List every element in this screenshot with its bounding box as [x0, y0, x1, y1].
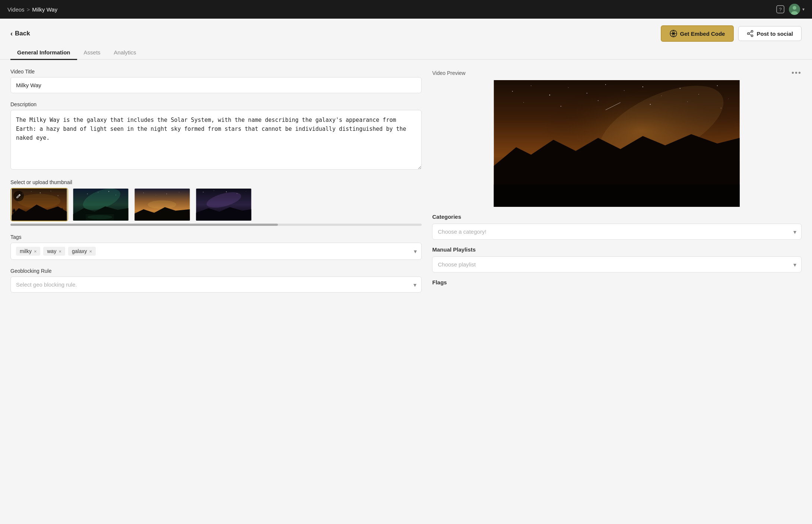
thumbnail-image-2 — [73, 189, 129, 221]
post-social-button[interactable]: Post to social — [738, 26, 802, 41]
tag-milky-remove[interactable]: × — [34, 249, 37, 254]
video-preview-section: Video Preview ••• — [432, 69, 802, 207]
playlists-title: Manual Playlists — [432, 246, 802, 253]
svg-point-45 — [214, 190, 214, 191]
help-button[interactable]: ? — [776, 5, 784, 13]
video-title-label: Video Title — [10, 69, 422, 75]
help-icon: ? — [776, 5, 784, 13]
video-preview-image — [432, 80, 802, 207]
back-arrow-icon: ‹ — [10, 30, 13, 38]
svg-point-60 — [643, 86, 643, 87]
svg-point-16 — [31, 191, 31, 192]
tab-assets[interactable]: Assets — [77, 45, 107, 59]
embed-code-button[interactable]: Get Embed Code — [661, 25, 734, 42]
thumbnail-item-2[interactable] — [72, 188, 130, 221]
social-btn-label: Post to social — [757, 31, 793, 37]
svg-point-3 — [793, 6, 796, 10]
svg-point-36 — [148, 201, 176, 209]
page-header: ‹ Back Get Embed Code — [0, 19, 812, 42]
main-container: ‹ Back Get Embed Code — [0, 19, 812, 524]
playlists-select[interactable]: Choose playlist — [432, 256, 802, 272]
svg-point-17 — [40, 193, 41, 193]
description-input[interactable] — [10, 110, 422, 170]
topbar: Videos > Milky Way ? ▾ — [0, 0, 812, 19]
content-area: Video Title Description Select or upload… — [0, 60, 812, 524]
video-preview-more-button[interactable]: ••• — [792, 69, 802, 77]
svg-point-65 — [729, 98, 729, 99]
tag-galaxy: galaxy × — [68, 247, 96, 256]
svg-point-53 — [512, 91, 513, 92]
geoblocking-label: Geoblocking Rule — [10, 268, 422, 274]
share-icon — [747, 30, 754, 37]
svg-point-37 — [143, 193, 144, 193]
tags-container[interactable]: milky × way × galaxy × ▾ — [10, 243, 422, 260]
left-column: Video Title Description Select or upload… — [10, 69, 422, 515]
flags-section: Flags — [432, 279, 802, 289]
playlists-section: Manual Playlists Choose playlist ▾ — [432, 246, 802, 272]
svg-line-12 — [749, 34, 752, 35]
tab-analytics[interactable]: Analytics — [107, 45, 143, 59]
thumbnail-image-3 — [134, 189, 190, 221]
avatar-chevron: ▾ — [802, 7, 805, 12]
flags-title: Flags — [432, 279, 802, 285]
svg-point-62 — [680, 88, 681, 89]
back-button[interactable]: ‹ Back — [10, 30, 30, 38]
avatar-image — [789, 4, 800, 15]
video-preview-title: Video Preview — [432, 70, 465, 76]
svg-text:?: ? — [779, 7, 781, 12]
svg-point-55 — [549, 95, 550, 95]
svg-rect-74 — [494, 184, 740, 207]
categories-select-wrapper: Choose a category! ▾ — [432, 224, 802, 240]
tag-way: way × — [43, 247, 65, 256]
tags-section: Tags milky × way × galaxy × ▾ — [10, 234, 422, 260]
thumbnail-image-4 — [196, 189, 252, 221]
svg-point-63 — [698, 94, 699, 95]
tag-galaxy-remove[interactable]: × — [89, 249, 92, 254]
breadcrumb-videos[interactable]: Videos — [7, 6, 25, 13]
user-menu[interactable]: ▾ — [789, 4, 805, 15]
back-label: Back — [15, 30, 30, 37]
geoblocking-select-wrapper: Select geo blocking rule. ▾ — [10, 277, 422, 293]
svg-point-67 — [561, 106, 561, 107]
svg-point-47 — [237, 193, 237, 194]
tag-way-remove[interactable]: × — [58, 249, 61, 254]
svg-point-40 — [179, 192, 179, 192]
thumbnail-edit-icon[interactable] — [13, 191, 24, 201]
description-field: Description — [10, 101, 422, 171]
svg-point-39 — [166, 194, 167, 195]
svg-point-48 — [246, 191, 246, 192]
topbar-actions: ? ▾ — [776, 4, 805, 15]
video-preview-header: Video Preview ••• — [432, 69, 802, 77]
thumbnail-item-3[interactable] — [133, 188, 191, 221]
video-title-input[interactable] — [10, 77, 422, 93]
thumbnail-row — [10, 188, 422, 221]
thumbnail-item-4[interactable] — [195, 188, 253, 221]
video-preview-svg — [432, 80, 802, 207]
svg-point-57 — [587, 93, 587, 94]
breadcrumb-separator: > — [27, 6, 30, 13]
svg-point-61 — [662, 95, 662, 96]
geoblocking-select[interactable]: Select geo blocking rule. — [10, 277, 422, 293]
svg-point-30 — [108, 191, 109, 192]
svg-point-56 — [568, 87, 569, 88]
svg-point-70 — [688, 101, 688, 102]
tabs-bar: General Information Assets Analytics — [0, 42, 812, 60]
svg-point-71 — [721, 108, 721, 108]
video-title-field: Video Title — [10, 69, 422, 93]
avatar — [789, 4, 800, 15]
thumbnail-item-1[interactable] — [10, 188, 68, 221]
right-column: Video Preview ••• — [432, 69, 802, 515]
svg-point-54 — [531, 85, 532, 86]
svg-point-68 — [598, 100, 599, 101]
svg-point-28 — [87, 194, 88, 195]
thumbnail-scrollbar[interactable] — [10, 224, 422, 226]
svg-point-29 — [98, 192, 98, 192]
categories-select[interactable]: Choose a category! — [432, 224, 802, 240]
tab-general-information[interactable]: General Information — [10, 45, 77, 59]
embed-icon — [670, 30, 677, 37]
svg-point-69 — [650, 104, 651, 105]
tag-milky: milky × — [16, 247, 40, 256]
header-actions: Get Embed Code Post to social — [661, 25, 802, 42]
svg-point-38 — [156, 195, 156, 195]
svg-point-18 — [51, 191, 51, 191]
